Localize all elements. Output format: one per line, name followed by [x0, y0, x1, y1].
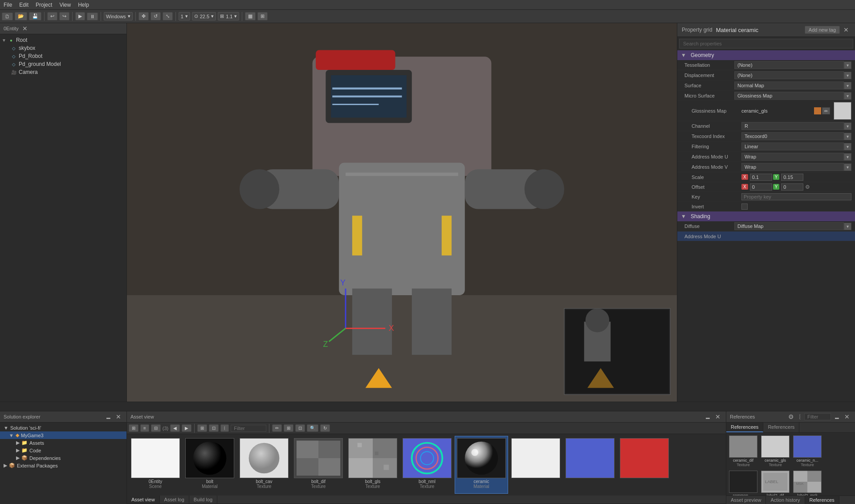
asset-filter-btn[interactable]: ⧙ [220, 424, 229, 432]
tree-item-robot[interactable]: ◇ Pd_Robot [0, 52, 126, 60]
menu-project[interactable]: Project [36, 2, 52, 8]
toolbar-rotate[interactable]: ↺ [151, 12, 161, 20]
entity-panel-close[interactable]: ✕ [20, 25, 29, 32]
asset-layout-btn-2[interactable]: ⊡ [209, 424, 219, 432]
ref-item-label2-dif[interactable]: LABEL label2_dif Texture [760, 470, 790, 496]
filtering-dropdown-arrow[interactable]: ▾ [844, 143, 851, 150]
asset-item-bolt-gls[interactable]: bolt_gls Texture [346, 436, 399, 494]
toolbar-move[interactable]: ✥ [138, 12, 149, 20]
diffuse-dropdown-arrow[interactable]: ▾ [844, 223, 851, 230]
tree-item-camera[interactable]: 🎥 Camera [0, 68, 126, 76]
asset-view-btn-1[interactable]: ⊞ [129, 424, 138, 432]
asset-refresh-btn[interactable]: ↻ [320, 424, 330, 432]
surface-dropdown-arrow[interactable]: ▾ [844, 82, 851, 89]
address-u-dropdown-arrow[interactable]: ▾ [844, 153, 851, 161]
asset-forward-btn[interactable]: ▶ [182, 424, 191, 432]
channel-dropdown-arrow[interactable]: ▾ [844, 122, 851, 130]
asset-item-more2[interactable] [563, 436, 617, 494]
tree-item-root[interactable]: ▼ ● Root [0, 36, 126, 44]
ref-close-btn[interactable]: ✕ [843, 413, 851, 420]
tree-item-skybox[interactable]: ◇ skybox [0, 44, 126, 52]
micro-surface-dropdown-arrow[interactable]: ▾ [844, 92, 851, 100]
menu-edit[interactable]: Edit [19, 2, 28, 8]
ref-item-common[interactable]: common_... Texture [728, 470, 758, 496]
asset-view-btn-3[interactable]: ⊟ [151, 424, 161, 432]
sol-item-solution[interactable]: ▼ Solution 'sci-fi' [0, 424, 126, 431]
asset-edit-btn[interactable]: ✏ [272, 424, 282, 432]
ref-collapse-btn[interactable]: 🗕 [832, 413, 842, 420]
sol-item-assets[interactable]: ▶ 📁 Assets [0, 439, 126, 447]
toolbar-save[interactable]: 💾 [29, 12, 41, 20]
glossiness-color-btn[interactable] [814, 107, 821, 114]
geometry-section-header[interactable]: ▼ Geometry [677, 50, 855, 60]
tab-action-history[interactable]: Action history [766, 496, 805, 504]
menu-view[interactable]: View [59, 2, 71, 8]
property-search-input[interactable] [679, 39, 853, 49]
asset-item-bolt-cav[interactable]: bolt_cav Texture [237, 436, 291, 494]
toolbar-scale[interactable]: ⤡ [163, 12, 173, 20]
tab-referencees[interactable]: Referencees [726, 423, 763, 432]
asset-item-bolt-dif[interactable]: bolt_dif Texture [292, 436, 345, 494]
ref-item-ceramic-n[interactable]: ceramic_n... Texture [792, 435, 822, 468]
asset-list-btn-1[interactable]: ⊞ [284, 424, 293, 432]
displacement-dropdown-arrow[interactable]: ▾ [844, 72, 851, 79]
texcoord-dropdown-arrow[interactable]: ▾ [844, 133, 851, 140]
asset-list-btn-2[interactable]: ⊡ [295, 424, 305, 432]
property-grid-close[interactable]: ✕ [842, 26, 851, 33]
ref-filter-btn[interactable]: ⧙ [797, 413, 803, 420]
tab-referencers[interactable]: Referencers [763, 423, 799, 432]
asset-item-more1[interactable] [509, 436, 562, 494]
tab-asset-log[interactable]: Asset log [160, 496, 189, 504]
asset-item-ceramic[interactable]: ceramic Material [455, 436, 508, 494]
add-tag-button[interactable]: Add new tag [805, 26, 840, 34]
ref-item-label2-msk[interactable]: MSK label2_msk Texture [792, 470, 822, 496]
asset-back-btn[interactable]: ◀ [170, 424, 180, 432]
menu-file[interactable]: File [4, 2, 12, 8]
tab-build-log[interactable]: Build log [189, 496, 217, 504]
asset-item-0entity[interactable]: 0Entity Scene [129, 436, 182, 494]
tab-asset-preview[interactable]: Asset preview [726, 496, 766, 504]
toolbar-new[interactable]: 🗋 [2, 12, 13, 20]
tab-references[interactable]: References [805, 496, 839, 504]
offset-gear-btn[interactable]: ⚙ [804, 184, 811, 190]
toolbar-redo[interactable]: ↪ [59, 12, 69, 20]
sol-item-external[interactable]: ▶ 📦 External Packages [0, 462, 126, 469]
asset-search-btn[interactable]: 🔍 [307, 424, 318, 432]
toolbar-play[interactable]: ▶ [75, 12, 85, 20]
robot-viewport[interactable]: X Y Z [127, 23, 677, 402]
menu-help[interactable]: Help [78, 2, 89, 8]
asset-filter-input[interactable] [231, 425, 266, 432]
solution-close-btn[interactable]: ✕ [114, 413, 123, 420]
asset-item-more3[interactable] [618, 436, 671, 494]
key-input[interactable] [741, 193, 851, 200]
asset-layout-btn-1[interactable]: ⊞ [197, 424, 207, 432]
asset-view-btn-2[interactable]: ≡ [140, 424, 149, 432]
zoom-dropdown[interactable]: ⊙ 22.5 ▾ [192, 12, 216, 20]
tab-asset-view[interactable]: Asset view [127, 496, 160, 504]
tree-item-ground[interactable]: ◇ Pd_ground Model [0, 60, 126, 68]
sol-item-deps[interactable]: ▶ 📦 Dependencies [0, 454, 126, 462]
sol-item-code[interactable]: ▶ 📁 Code [0, 447, 126, 454]
scale-x-input[interactable] [750, 174, 772, 181]
sol-item-mygame[interactable]: ▼ ◆ MyGame3 [0, 431, 126, 439]
toolbar-grid[interactable]: ▦ [245, 12, 256, 20]
toolbar-pause[interactable]: ⏸ [87, 12, 98, 20]
toolbar-snap[interactable]: ⊞ [257, 12, 268, 20]
offset-y-input[interactable] [781, 183, 803, 191]
ref-settings-btn[interactable]: ⚙ [786, 413, 796, 420]
counter-dropdown[interactable]: 1 ▾ [179, 12, 190, 20]
asset-item-bolt[interactable]: bolt Material [183, 436, 236, 494]
ref-item-ceramic-gls[interactable]: ceramic_gls Texture [760, 435, 790, 468]
toolbar-undo[interactable]: ↩ [47, 12, 57, 20]
ref-item-ceramic-dif[interactable]: ceramic_dif Texture [728, 435, 758, 468]
address-v-dropdown-arrow[interactable]: ▾ [844, 163, 851, 171]
scale-dropdown[interactable]: ⊞ 1.1 ▾ [218, 12, 239, 20]
invert-checkbox[interactable] [741, 203, 748, 210]
expand-arrow-root[interactable]: ▼ [2, 38, 6, 43]
solution-collapse-btn[interactable]: 🗕 [103, 413, 113, 420]
ref-filter-input[interactable] [804, 413, 831, 420]
glossiness-edit-btn[interactable]: ✏ [822, 107, 830, 114]
asset-collapse-btn[interactable]: 🗕 [703, 413, 712, 420]
asset-item-bolt-nml[interactable]: bolt_nml Texture [400, 436, 454, 494]
asset-close-btn[interactable]: ✕ [713, 413, 722, 420]
